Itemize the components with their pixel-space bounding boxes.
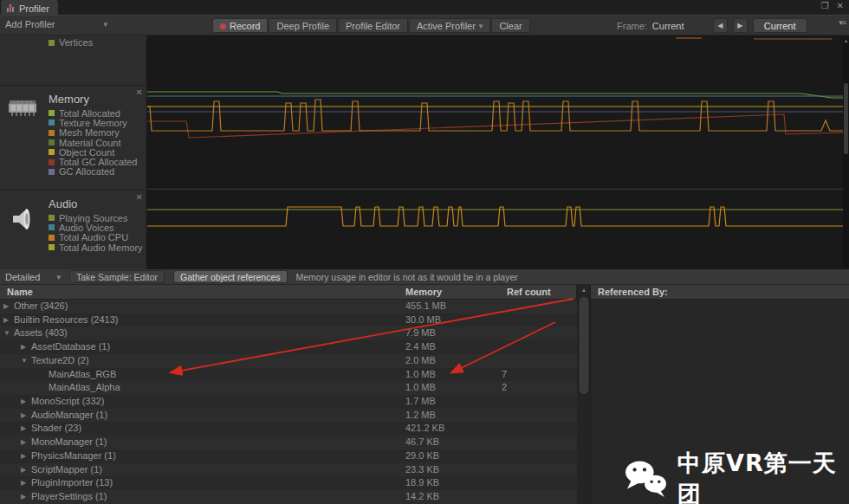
scrollbar-thumb[interactable] bbox=[844, 83, 848, 154]
column-header-name[interactable]: Name bbox=[7, 287, 33, 297]
legend-color-swatch bbox=[49, 215, 55, 221]
deep-profile-button[interactable]: Deep Profile bbox=[269, 18, 337, 33]
module-close-icon[interactable]: ✕ bbox=[136, 87, 143, 97]
triangle-collapsed-icon[interactable]: ▶ bbox=[21, 340, 26, 354]
legend-color-swatch bbox=[49, 120, 55, 126]
table-row[interactable]: MainAtlas_Alpha1.0 MB2 bbox=[0, 381, 577, 395]
memory-table: ▶Other (3426)455.1 MB▶Builtin Resources … bbox=[0, 300, 577, 504]
triangle-collapsed-icon[interactable]: ▶ bbox=[21, 476, 26, 490]
triangle-expanded-icon[interactable]: ▼ bbox=[3, 326, 10, 340]
wechat-icon bbox=[624, 459, 667, 499]
active-profiler-dropdown[interactable]: Active Profiler ▾ bbox=[409, 18, 490, 33]
tab-profiler[interactable]: Profiler bbox=[1, 0, 58, 15]
module-audio[interactable]: Audio ✕ Playing SourcesAudio VoicesTotal… bbox=[0, 190, 147, 269]
triangle-collapsed-icon[interactable]: ▶ bbox=[21, 436, 26, 449]
table-row[interactable]: ▼Texture2D (2)2.0 MB bbox=[0, 354, 577, 368]
table-row[interactable]: MainAtlas_RGB1.0 MB7 bbox=[0, 368, 577, 382]
chevron-down-icon: ▾ bbox=[103, 20, 107, 29]
gather-object-references-toggle[interactable]: Gather object references bbox=[173, 270, 288, 283]
table-row[interactable]: ▶MonoManager (1)46.7 KB bbox=[0, 436, 577, 449]
profiler-modules-sidebar: Vertices Memory ✕ Total AllocatedTexture… bbox=[0, 36, 147, 269]
row-label: Other (3426) bbox=[0, 300, 68, 313]
add-profiler-dropdown[interactable]: Add Profiler ▾ bbox=[5, 19, 107, 29]
triangle-collapsed-icon[interactable]: ▶ bbox=[3, 300, 9, 313]
maximize-icon[interactable]: ❐ bbox=[821, 1, 829, 10]
legend-item[interactable]: Total GC Allocated bbox=[49, 157, 138, 166]
legend-label: GC Allocated bbox=[59, 166, 114, 177]
audio-chart[interactable] bbox=[147, 191, 844, 269]
profiler-window: Profiler ❐ ✕ Add Profiler ▾ Record Deep … bbox=[0, 0, 849, 504]
clear-button[interactable]: Clear bbox=[491, 18, 529, 33]
legend-item[interactable]: GC Allocated bbox=[49, 167, 138, 177]
table-row[interactable]: ▶MonoScript (332)1.7 MB bbox=[0, 395, 577, 409]
module-close-icon[interactable]: ✕ bbox=[136, 192, 143, 202]
speaker-icon bbox=[10, 206, 36, 234]
close-icon[interactable]: ✕ bbox=[837, 1, 844, 10]
triangle-collapsed-icon[interactable]: ▶ bbox=[21, 395, 26, 409]
legend-item[interactable]: Texture Memory bbox=[49, 118, 138, 127]
detail-pane: Detailed ▾ Take Sample: Editor Gather ob… bbox=[0, 269, 849, 504]
view-mode-dropdown[interactable]: Detailed ▾ bbox=[5, 272, 61, 282]
previous-frame-button[interactable]: ◀ bbox=[713, 18, 728, 33]
memory-chart[interactable] bbox=[147, 37, 844, 187]
chart-plot-area[interactable]: ▲ bbox=[147, 36, 849, 269]
legend-item[interactable]: Playing Sources bbox=[49, 213, 143, 223]
legend-item[interactable]: Total Audio Memory bbox=[49, 242, 143, 252]
legend-item-vertices[interactable]: Vertices bbox=[49, 37, 93, 48]
triangle-expanded-icon[interactable]: ▼ bbox=[21, 354, 28, 368]
row-label: MonoManager (1) bbox=[0, 436, 107, 449]
current-frame-button[interactable]: Current bbox=[753, 18, 807, 33]
row-memory-value: 29.0 KB bbox=[405, 449, 439, 463]
legend-item[interactable]: Audio Voices bbox=[49, 223, 143, 232]
row-memory-value: 2.4 MB bbox=[405, 340, 436, 354]
triangle-collapsed-icon[interactable]: ▶ bbox=[21, 409, 26, 423]
pane-menu-icon[interactable]: ▾≡ bbox=[839, 18, 846, 27]
column-header-refcount[interactable]: Ref count bbox=[507, 287, 551, 297]
take-sample-button[interactable]: Take Sample: Editor bbox=[69, 270, 165, 283]
legend-item[interactable]: Object Count bbox=[49, 147, 138, 157]
triangle-collapsed-icon[interactable]: ▶ bbox=[3, 313, 9, 327]
chart-scrollbar[interactable]: ▲ bbox=[843, 37, 849, 268]
profile-editor-button[interactable]: Profile Editor bbox=[338, 18, 408, 33]
record-button[interactable]: Record bbox=[212, 18, 268, 33]
legend-item[interactable]: Total Allocated bbox=[49, 108, 138, 118]
table-row[interactable]: ▶PluginImporter (13)18.9 KB bbox=[0, 476, 577, 490]
legend-item[interactable]: Total Audio CPU bbox=[49, 233, 143, 242]
triangle-collapsed-icon[interactable]: ▶ bbox=[21, 490, 26, 504]
table-row[interactable]: ▶PhysicsManager (1)29.0 KB bbox=[0, 449, 577, 463]
legend-color-swatch bbox=[49, 130, 55, 136]
module-legend: Playing SourcesAudio VoicesTotal Audio C… bbox=[49, 213, 143, 252]
table-row[interactable]: ▼Assets (403)7.9 MB bbox=[0, 326, 577, 340]
table-row[interactable]: ▶PlayerSettings (1)14.2 KB bbox=[0, 490, 577, 504]
legend-color-swatch bbox=[49, 169, 55, 175]
frame-label: Frame: bbox=[617, 21, 647, 31]
table-row[interactable]: ▶AudioManager (1)1.2 MB bbox=[0, 409, 577, 423]
row-label: AudioManager (1) bbox=[0, 409, 107, 423]
scroll-up-icon[interactable]: ▲ bbox=[843, 38, 849, 43]
scroll-up-icon[interactable]: ▲ bbox=[577, 287, 591, 293]
triangle-collapsed-icon[interactable]: ▶ bbox=[21, 463, 26, 477]
legend-item[interactable]: Material Count bbox=[49, 138, 138, 147]
module-memory[interactable]: Memory ✕ Total AllocatedTexture MemoryMe… bbox=[0, 85, 147, 190]
legend-item[interactable]: Mesh Memory bbox=[49, 128, 138, 138]
row-memory-value: 1.2 MB bbox=[405, 409, 436, 423]
table-row[interactable]: ▶Builtin Resources (2413)30.0 MB bbox=[0, 313, 577, 327]
triangle-collapsed-icon[interactable]: ▶ bbox=[21, 422, 26, 436]
table-row[interactable]: ▶Shader (23)421.2 KB bbox=[0, 422, 577, 436]
chart-line-total-allocated bbox=[147, 92, 844, 98]
next-frame-button[interactable]: ▶ bbox=[733, 18, 748, 33]
table-row[interactable]: ▶Other (3426)455.1 MB bbox=[0, 300, 577, 313]
triangle-collapsed-icon[interactable]: ▶ bbox=[21, 449, 26, 463]
row-label: Shader (23) bbox=[0, 422, 81, 436]
column-header-memory[interactable]: Memory bbox=[405, 287, 442, 297]
table-row[interactable]: ▶ScriptMapper (1)23.3 KB bbox=[0, 463, 577, 477]
table-row[interactable]: ▶AssetDatabase (1)2.4 MB bbox=[0, 340, 577, 354]
profiler-toolbar: Add Profiler ▾ Record Deep Profile Profi… bbox=[0, 15, 849, 36]
table-scrollbar[interactable]: ▲ bbox=[577, 285, 591, 504]
frame-value: Current bbox=[652, 21, 708, 31]
legend-label: Total Audio Memory bbox=[59, 242, 143, 253]
legend-label: Texture Memory bbox=[59, 118, 127, 128]
row-memory-value: 1.0 MB bbox=[405, 381, 436, 395]
module-legend: Total AllocatedTexture MemoryMesh Memory… bbox=[49, 108, 138, 177]
scrollbar-thumb[interactable] bbox=[580, 297, 588, 394]
